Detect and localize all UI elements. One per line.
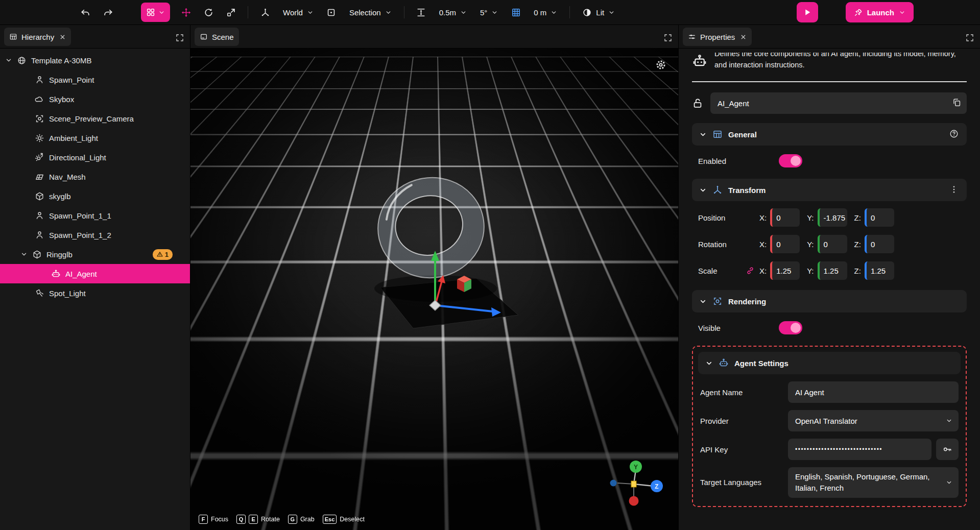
kebab-menu-icon <box>949 185 959 194</box>
tree-item-spawn-point[interactable]: Spawn_Point <box>0 70 190 89</box>
chevron-down-icon <box>551 9 557 16</box>
tree-item-ringglb[interactable]: Ringglb 1 <box>0 245 190 264</box>
transform-space-button[interactable] <box>255 3 275 22</box>
api-key-label: API Key <box>700 445 788 454</box>
section-general[interactable]: General <box>692 123 967 146</box>
provider-select[interactable]: OpenAI Translator <box>788 410 959 431</box>
key-f: F <box>199 515 208 524</box>
general-help-button[interactable] <box>949 129 960 139</box>
neg-axis-dot[interactable] <box>610 480 617 487</box>
redo-icon <box>103 8 113 17</box>
tree-item-skyglb[interactable]: skyglb <box>0 186 190 206</box>
expand-icon <box>176 34 184 42</box>
section-agent-settings[interactable]: Agent Settings <box>698 352 961 374</box>
chevron-down-icon[interactable] <box>699 131 707 138</box>
warning-count: 1 <box>165 251 169 258</box>
tree-item-nav-mesh[interactable]: Nav_Mesh <box>0 167 190 186</box>
viewport-settings-button[interactable] <box>655 59 667 71</box>
chevron-down-icon[interactable] <box>5 57 12 64</box>
tree-item-skybox[interactable]: Skybox <box>0 89 190 109</box>
move-snap-dropdown[interactable]: 0.5m <box>434 3 472 22</box>
gear-icon <box>655 59 667 71</box>
tree-item-template[interactable]: Template A-30MB <box>0 51 190 70</box>
lock-open-icon[interactable] <box>692 98 703 109</box>
rotate-snap-dropdown[interactable]: 5° <box>475 3 503 22</box>
shading-mode-dropdown[interactable]: Lit <box>577 3 620 22</box>
warning-badge[interactable]: 1 <box>153 249 173 260</box>
pivot-dropdown[interactable]: Selection <box>344 3 397 22</box>
key-q: Q <box>236 515 246 524</box>
grid-snap-button[interactable] <box>506 3 525 22</box>
cloud-icon <box>35 94 44 104</box>
x-axis-label: X: <box>759 213 767 222</box>
tree-item-directional-light[interactable]: Directional_Light <box>0 148 190 167</box>
target-languages-select[interactable]: English, Spanish, Portuguese, German, It… <box>788 467 959 498</box>
tab-scene[interactable]: Scene <box>195 28 239 46</box>
enabled-toggle[interactable] <box>779 154 802 167</box>
position-x-input[interactable]: 0 <box>770 208 800 227</box>
api-key-reveal-button[interactable] <box>936 439 959 460</box>
grid-height-dropdown[interactable]: 0 m <box>529 3 562 22</box>
move-tool-button[interactable] <box>176 3 196 22</box>
tree-item-ai-agent[interactable]: AI_Agent <box>0 264 190 283</box>
properties-expand-button[interactable] <box>966 34 975 43</box>
visible-toggle[interactable] <box>779 321 802 334</box>
scale-tool-button[interactable] <box>221 3 241 22</box>
tree-item-ambient-light[interactable]: Ambient_Light <box>0 128 190 148</box>
undo-icon <box>81 8 90 17</box>
chevron-down-icon[interactable] <box>20 251 28 258</box>
x-axis-ball[interactable] <box>629 496 639 506</box>
rotation-x-input[interactable]: 0 <box>770 235 800 253</box>
close-icon[interactable] <box>59 34 66 40</box>
tab-hierarchy[interactable]: Hierarchy <box>4 28 71 46</box>
position-y-input[interactable]: -1.875 <box>818 208 847 227</box>
expand-icon <box>664 34 672 42</box>
section-transform[interactable]: Transform <box>692 179 967 201</box>
rotation-y-input[interactable]: 0 <box>818 235 847 253</box>
orientation-gizmo[interactable]: Y Z <box>601 449 667 516</box>
section-rendering[interactable]: Rendering <box>692 290 967 312</box>
scale-x-input[interactable]: 1.25 <box>770 261 800 280</box>
chevron-down-icon[interactable] <box>699 186 707 194</box>
agent-name-row: Agent Name <box>698 374 961 403</box>
scale-y-input[interactable]: 1.25 <box>818 261 847 280</box>
ring-object[interactable] <box>370 169 492 286</box>
chevron-down-icon <box>385 9 392 16</box>
pivot-button[interactable] <box>322 3 341 22</box>
scene-viewport[interactable]: Y Z F Focus Q E Rotate G <box>190 49 678 530</box>
launch-button[interactable]: Launch <box>846 2 914 22</box>
tree-item-spot-light[interactable]: Spot_Light <box>0 283 190 303</box>
rotate-tool-button[interactable] <box>199 3 218 22</box>
rotation-label: Rotation <box>698 240 759 249</box>
space-dropdown[interactable]: World <box>278 3 319 22</box>
scale-icon <box>226 8 236 17</box>
entity-name-input[interactable] <box>710 92 967 114</box>
link-scale-icon[interactable] <box>746 267 754 275</box>
tree-item-label: Spawn_Point <box>49 76 94 84</box>
scene-expand-button[interactable] <box>664 34 673 43</box>
y-axis-label: Y: <box>807 213 814 222</box>
position-z-input[interactable]: 0 <box>865 208 894 227</box>
surface-snap-button[interactable] <box>412 3 431 22</box>
transform-menu-button[interactable] <box>949 185 960 195</box>
scale-z-input[interactable]: 1.25 <box>865 261 894 280</box>
rotation-z-input[interactable]: 0 <box>865 235 894 253</box>
tree-item-spawn-point-1-2[interactable]: Spawn_Point_1_2 <box>0 225 190 245</box>
play-button[interactable] <box>797 2 818 22</box>
tree-item-spawn-point-1-1[interactable]: Spawn_Point_1_1 <box>0 206 190 225</box>
camera-icon <box>35 114 44 124</box>
asset-library-button[interactable] <box>141 3 170 22</box>
redo-button[interactable] <box>98 3 117 22</box>
scene-tree: Template A-30MB Spawn_Point Skybox Scene… <box>0 49 190 303</box>
robot-icon <box>692 54 707 69</box>
undo-button[interactable] <box>76 3 95 22</box>
close-icon[interactable] <box>740 34 747 40</box>
agent-name-input[interactable] <box>788 381 959 403</box>
chevron-down-icon[interactable] <box>699 298 707 305</box>
copy-name-button[interactable] <box>950 97 963 109</box>
chevron-down-icon[interactable] <box>705 359 713 367</box>
tree-item-scene-preview-camera[interactable]: Scene_Preview_Camera <box>0 109 190 128</box>
hierarchy-expand-button[interactable] <box>176 34 185 43</box>
api-key-input[interactable] <box>788 439 931 460</box>
tab-properties[interactable]: Properties <box>683 28 752 46</box>
